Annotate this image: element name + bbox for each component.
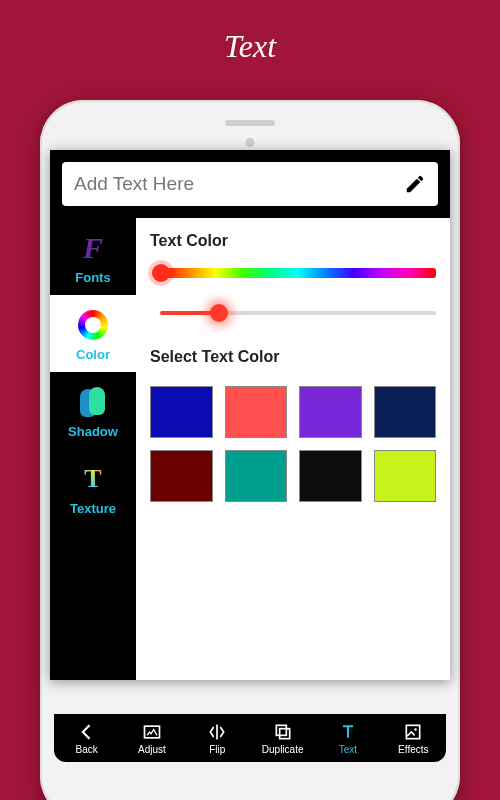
svg-rect-3 [407,725,420,738]
shadow-icon [80,387,106,417]
color-swatch[interactable] [299,386,362,438]
side-tab-label: Texture [54,501,132,516]
phone-sensor [246,138,255,147]
toolbar-label: Back [76,744,98,755]
side-tabs: FFontsColorShadowTTexture [50,218,136,680]
hue-slider[interactable] [150,264,436,282]
side-tab-shadow[interactable]: Shadow [50,372,136,449]
color-swatch[interactable] [225,450,288,502]
toolbar-effects[interactable]: Effects [381,714,446,762]
saturation-thumb[interactable] [210,304,228,322]
hue-track [160,268,436,278]
color-content: Text Color Select Text Color [136,218,450,680]
fonts-icon: F [83,233,103,263]
color-swatch[interactable] [299,450,362,502]
toolbar-label: Duplicate [262,744,304,755]
adjust-icon [142,722,162,742]
text-input-row [62,162,438,206]
text-color-title: Text Color [150,232,436,250]
color-swatch[interactable] [150,386,213,438]
duplicate-icon [273,722,293,742]
flip-icon [207,722,227,742]
text-editor-panel: FFontsColorShadowTTexture Text Color Sel… [50,150,450,680]
saturation-slider[interactable] [150,304,436,322]
select-color-title: Select Text Color [150,348,436,366]
panel-body: FFontsColorShadowTTexture Text Color Sel… [50,218,450,680]
swatch-grid [150,386,436,502]
side-tab-color[interactable]: Color [50,295,136,372]
side-tab-label: Shadow [54,424,132,439]
side-tab-fonts[interactable]: FFonts [50,218,136,295]
text-icon [338,722,358,742]
text-input[interactable] [74,162,404,206]
svg-rect-2 [279,728,289,738]
back-icon [77,722,97,742]
toolbar-label: Text [339,744,357,755]
bottom-toolbar: BackAdjustFlipDuplicateTextEffects [54,714,446,762]
color-ring-icon [78,310,108,340]
hue-thumb[interactable] [152,264,170,282]
color-swatch[interactable] [374,386,437,438]
side-tab-label: Fonts [54,270,132,285]
svg-point-4 [415,728,418,731]
toolbar-label: Flip [209,744,225,755]
side-tab-label: Color [54,347,132,362]
effects-icon [403,722,423,742]
toolbar-duplicate[interactable]: Duplicate [250,714,315,762]
toolbar-text[interactable]: Text [315,714,380,762]
page-title: Text [0,0,500,83]
color-swatch[interactable] [150,450,213,502]
side-tab-texture[interactable]: TTexture [50,449,136,526]
toolbar-label: Effects [398,744,428,755]
toolbar-label: Adjust [138,744,166,755]
color-swatch[interactable] [374,450,437,502]
edit-icon[interactable] [404,173,426,195]
color-swatch[interactable] [225,386,288,438]
toolbar-back[interactable]: Back [54,714,119,762]
toolbar-adjust[interactable]: Adjust [119,714,184,762]
texture-icon: T [84,464,101,494]
toolbar-flip[interactable]: Flip [185,714,250,762]
phone-speaker [225,120,275,126]
svg-rect-1 [276,725,286,735]
